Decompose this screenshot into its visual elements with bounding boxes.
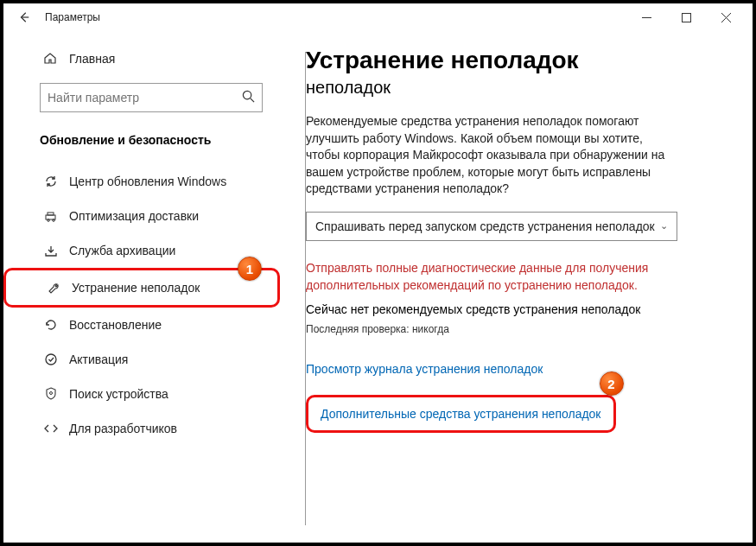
maximize-icon [682, 13, 691, 22]
find-device-icon [43, 386, 59, 402]
svg-point-5 [53, 219, 55, 222]
nav-delivery-optimization[interactable]: Оптимизация доставки [3, 199, 280, 233]
maximize-button[interactable] [666, 3, 706, 31]
chevron-down-icon: ⌄ [660, 220, 668, 232]
search-box[interactable] [40, 83, 263, 112]
arrow-left-icon [18, 11, 30, 23]
delivery-icon [43, 208, 59, 224]
last-check-value: никогда [412, 323, 449, 335]
svg-point-1 [243, 91, 251, 98]
home-label: Главная [69, 52, 115, 66]
back-button[interactable] [10, 3, 38, 31]
recovery-icon [43, 317, 59, 333]
home-icon [43, 51, 59, 67]
nav-label: Поиск устройства [69, 387, 168, 401]
last-check-label: Последняя проверка: [306, 323, 410, 335]
dropdown-value: Спрашивать перед запуском средств устран… [315, 219, 655, 233]
nav-recovery[interactable]: Восстановление [3, 308, 280, 342]
close-button[interactable] [706, 3, 746, 31]
svg-rect-0 [682, 13, 690, 22]
description-text: Рекомендуемые средства устранения непола… [306, 113, 677, 198]
search-icon [242, 90, 255, 105]
nav-activation[interactable]: Активация [3, 342, 280, 377]
nav-label: Восстановление [69, 318, 162, 332]
search-input[interactable] [48, 91, 242, 105]
nav-label: Служба архивации [69, 244, 175, 257]
page-title: Устранение неполадок [306, 47, 720, 74]
sync-icon [43, 174, 59, 189]
minimize-icon [642, 13, 651, 22]
additional-troubleshooters-link[interactable]: Дополнительные средства устранения непол… [321, 407, 601, 421]
minimize-button[interactable] [626, 3, 666, 31]
page-subtitle: неполадок [306, 78, 720, 98]
home-link[interactable]: Главная [3, 45, 280, 73]
nav-for-developers[interactable]: Для разработчиков [3, 411, 280, 446]
section-title: Обновление и безопасность [3, 124, 280, 157]
nav-label: Центр обновления Windows [69, 175, 226, 188]
developers-icon [43, 421, 59, 436]
additional-troubleshooters-highlight: Дополнительные средства устранения непол… [306, 395, 616, 433]
svg-rect-3 [48, 213, 54, 215]
nav-label: Активация [69, 352, 128, 366]
svg-point-6 [46, 354, 56, 365]
svg-point-7 [50, 392, 53, 395]
window-controls [626, 3, 746, 31]
nav-find-my-device[interactable]: Поиск устройства [3, 377, 280, 411]
wrench-icon [46, 280, 61, 295]
diagnostic-warning: Отправлять полные диагностические данные… [306, 260, 677, 294]
last-check: Последняя проверка: никогда [306, 323, 720, 335]
nav-troubleshoot[interactable]: Устранение неполадок 1 [3, 268, 280, 308]
app-title: Параметры [45, 11, 100, 23]
activation-icon [43, 352, 59, 367]
history-link[interactable]: Просмотр журнала устранения неполадок [306, 362, 543, 376]
backup-icon [43, 243, 59, 258]
svg-point-4 [48, 219, 50, 222]
main-content: Устранение неполадок неполадок Рекоменду… [280, 31, 753, 543]
nav-label: Оптимизация доставки [69, 209, 199, 223]
annotation-badge-1: 1 [238, 257, 262, 281]
status-text: Сейчас нет рекомендуемых средств устране… [306, 302, 720, 316]
sidebar: Главная Обновление и безопасность Центр … [3, 31, 280, 543]
nav-label: Устранение неполадок [72, 281, 200, 295]
close-icon [721, 13, 731, 22]
nav-label: Для разработчиков [69, 422, 177, 435]
nav-list: Центр обновления Windows Оптимизация дос… [3, 164, 280, 446]
annotation-badge-2: 2 [600, 371, 624, 396]
troubleshoot-preference-dropdown[interactable]: Спрашивать перед запуском средств устран… [306, 212, 677, 241]
title-bar: Параметры [3, 3, 753, 31]
nav-windows-update[interactable]: Центр обновления Windows [3, 164, 280, 199]
